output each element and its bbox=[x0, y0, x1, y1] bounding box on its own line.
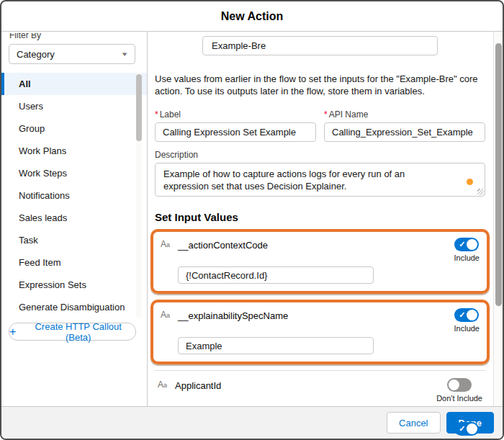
description-textarea[interactable]: Example of how to capture actions logs f… bbox=[155, 163, 485, 197]
chevron-down-icon: ▼ bbox=[120, 51, 128, 58]
sidebar-item-expression-sets[interactable]: Expression Sets bbox=[1, 274, 147, 296]
toggle-label: Include bbox=[454, 324, 480, 333]
main-scrollbar-thumb[interactable] bbox=[495, 43, 502, 306]
new-action-modal: New Action Filter By Category ▼ All User… bbox=[0, 0, 504, 440]
sidebar-item-all[interactable]: All bbox=[1, 73, 147, 95]
create-http-callout-label: Create HTTP Callout (Beta) bbox=[21, 321, 135, 343]
required-asterisk: * bbox=[155, 109, 158, 120]
sidebar-item-users[interactable]: Users bbox=[1, 95, 147, 117]
text-type-icon: Aa bbox=[161, 238, 178, 249]
text-type-icon: Aa bbox=[161, 308, 178, 320]
param-name: __actionContextCode bbox=[178, 238, 268, 251]
sidebar-item-sales-leads[interactable]: Sales leads bbox=[1, 207, 147, 229]
include-toggle[interactable]: ✓ bbox=[454, 308, 479, 322]
cancel-button[interactable]: Cancel bbox=[387, 412, 440, 434]
label-input[interactable] bbox=[155, 122, 316, 142]
sidebar-item-generate-disambiguation[interactable]: Generate Disambiguation bbox=[1, 296, 147, 318]
param-row-actioncontextcode: Aa __actionContextCode ✓ Include bbox=[150, 229, 490, 294]
sidebar-scrollbar-thumb[interactable] bbox=[136, 74, 142, 141]
sidebar-item-work-plans[interactable]: Work Plans bbox=[1, 140, 147, 162]
toggle-knob bbox=[467, 310, 477, 320]
sidebar-item-feed-item[interactable]: Feed Item bbox=[1, 251, 147, 274]
param-name: ApplicantId bbox=[175, 378, 221, 391]
sidebar-item-task[interactable]: Task bbox=[1, 229, 147, 251]
modal-footer: Cancel Done bbox=[1, 406, 503, 439]
sidebar-item-group[interactable]: Group bbox=[1, 117, 147, 140]
category-dropdown[interactable]: Category ▼ bbox=[9, 44, 135, 64]
category-sidebar: Filter By Category ▼ All Users Group Wor… bbox=[1, 32, 148, 406]
category-list: All Users Group Work Plans Work Steps No… bbox=[1, 73, 147, 318]
sidebar-scrollbar[interactable] bbox=[136, 73, 142, 318]
include-toggle[interactable]: ✓ bbox=[454, 422, 479, 436]
plus-icon: + bbox=[9, 326, 16, 338]
create-http-callout-button[interactable]: + Create HTTP Callout (Beta) bbox=[9, 323, 136, 341]
modal-title: New Action bbox=[221, 10, 284, 23]
set-input-values-heading: Set Input Values bbox=[155, 211, 485, 223]
check-icon: ✓ bbox=[459, 423, 465, 434]
toggle-label: Include bbox=[454, 253, 480, 262]
toggle-knob bbox=[449, 380, 459, 390]
param-value-input[interactable] bbox=[178, 266, 374, 284]
description-field-label: Description bbox=[155, 150, 485, 160]
label-field-label: *Label bbox=[155, 109, 316, 120]
sidebar-item-notifications[interactable]: Notifications bbox=[1, 184, 147, 207]
sidebar-item-work-steps[interactable]: Work Steps bbox=[1, 162, 147, 184]
include-toggle[interactable] bbox=[447, 378, 472, 392]
main-scrollbar[interactable] bbox=[493, 32, 503, 406]
param-name: __explainabilitySpecName bbox=[178, 308, 288, 321]
check-icon: ✓ bbox=[459, 239, 465, 250]
param-row-applicantid: Aa ApplicantId Don't Include bbox=[155, 370, 485, 408]
required-asterisk: * bbox=[324, 109, 328, 120]
api-name-input[interactable] bbox=[324, 122, 485, 142]
action-name-input[interactable] bbox=[202, 36, 438, 55]
text-type-icon: Aa bbox=[158, 378, 175, 390]
annotation-dot bbox=[467, 179, 473, 185]
api-name-field-label: *API Name bbox=[324, 109, 485, 120]
modal-header: New Action bbox=[1, 1, 503, 32]
main-panel: Use values from earlier in the flow to s… bbox=[148, 32, 503, 406]
toggle-knob bbox=[467, 239, 477, 250]
toggle-knob bbox=[467, 423, 477, 434]
category-dropdown-value: Category bbox=[17, 49, 55, 60]
check-icon: ✓ bbox=[459, 310, 465, 320]
filter-by-label: Filter By bbox=[9, 33, 147, 40]
intro-text: Use values from earlier in the flow to s… bbox=[155, 73, 485, 97]
resize-handle-icon[interactable] bbox=[477, 189, 484, 195]
toggle-label: Don't Include bbox=[436, 394, 482, 403]
param-value-input[interactable] bbox=[178, 337, 374, 354]
include-toggle[interactable]: ✓ bbox=[454, 238, 479, 251]
param-row-explainabilityspecname: Aa __explainabilitySpecName ✓ Include bbox=[150, 300, 490, 364]
